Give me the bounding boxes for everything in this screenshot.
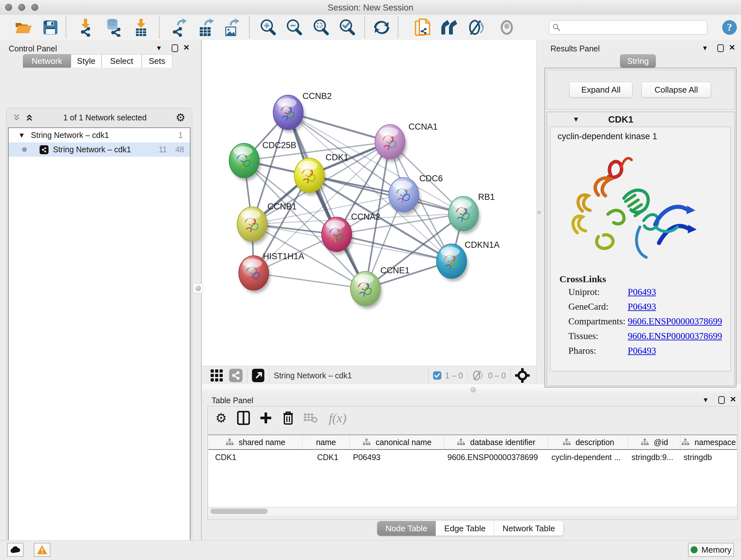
- warning-button[interactable]: [34, 543, 51, 557]
- share-view-icon[interactable]: [229, 369, 243, 382]
- panel-menu-icon[interactable]: ▾: [704, 396, 708, 403]
- table-row[interactable]: CDK1CDK1P064939606.ENSP00000378699cyclin…: [208, 450, 737, 464]
- cell-canonical-name[interactable]: P06493: [350, 450, 444, 464]
- network-node-CDC6[interactable]: [389, 178, 420, 215]
- memory-button[interactable]: Memory: [688, 543, 734, 557]
- panel-float-icon[interactable]: [172, 44, 178, 52]
- column-header-database-identifier[interactable]: database identifier: [444, 435, 548, 449]
- column-header-shared-name[interactable]: shared name: [208, 435, 302, 449]
- panel-close-icon[interactable]: ✕: [729, 44, 735, 51]
- zoom-selected-icon[interactable]: [337, 17, 357, 38]
- node-section-header[interactable]: ▼ CDK1: [547, 112, 735, 127]
- import-network-icon[interactable]: [75, 17, 96, 38]
- export-image-icon[interactable]: [221, 17, 242, 38]
- table-hscrollbar[interactable]: [208, 507, 737, 515]
- cell-@id[interactable]: stringdb:9...: [628, 450, 680, 464]
- tab-network-table[interactable]: Network Table: [494, 521, 563, 536]
- hscroll-thumb[interactable]: [210, 509, 268, 514]
- column-header-canonical-name[interactable]: canonical name: [350, 435, 444, 449]
- tab-string[interactable]: String: [620, 54, 656, 68]
- import-table-icon[interactable]: [131, 17, 151, 38]
- crosslink-link[interactable]: 9606.ENSP00000378699: [628, 331, 722, 341]
- tab-select[interactable]: Select: [102, 54, 142, 68]
- split-view-icon[interactable]: [234, 409, 253, 427]
- column-header-name[interactable]: name: [302, 435, 350, 449]
- open-session-icon[interactable]: [13, 17, 34, 38]
- left-splitter-handle[interactable]: [193, 284, 203, 293]
- delete-icon[interactable]: [279, 409, 297, 427]
- save-session-icon[interactable]: [40, 17, 61, 38]
- expand-all-button[interactable]: Expand All: [569, 82, 632, 98]
- panel-menu-icon[interactable]: ▾: [157, 44, 161, 52]
- delete-table-icon[interactable]: [301, 409, 320, 427]
- network-node-CCNE1[interactable]: [350, 271, 382, 309]
- cloud-button[interactable]: [7, 543, 23, 557]
- collection-caret-icon[interactable]: ▼: [18, 131, 25, 139]
- network-node-CCNA1[interactable]: [375, 125, 407, 162]
- selected-checkbox-icon[interactable]: [433, 371, 441, 380]
- show-graphics-icon[interactable]: [496, 17, 517, 38]
- column-header-@id[interactable]: @id: [628, 435, 680, 449]
- tab-style[interactable]: Style: [71, 54, 102, 68]
- zoom-in-icon[interactable]: [258, 17, 278, 38]
- network-collection-row[interactable]: ▼ String Network – cdk1 1: [9, 128, 190, 142]
- help-icon[interactable]: ?: [719, 17, 740, 38]
- table-settings-gear-icon[interactable]: ⚙: [212, 409, 230, 427]
- collapse-all-button[interactable]: Collapse All: [642, 82, 711, 98]
- tab-edge-table[interactable]: Edge Table: [436, 521, 494, 536]
- panel-float-icon[interactable]: [718, 396, 725, 404]
- tab-node-table[interactable]: Node Table: [377, 521, 436, 536]
- search-field[interactable]: [549, 20, 707, 35]
- string-network-graph[interactable]: CCNB2CCNA1CDC25BCDK1CDC6RB1CCNB1CCNA2CDK…: [202, 40, 536, 366]
- network-node-RB1[interactable]: [448, 196, 480, 234]
- function-builder-icon[interactable]: f(x): [324, 409, 351, 427]
- open-in-window-icon[interactable]: [252, 369, 265, 382]
- crosslink-link[interactable]: P06493: [628, 287, 656, 297]
- import-database-icon[interactable]: [103, 17, 123, 38]
- cell-database-identifier[interactable]: 9606.ENSP00000378699: [444, 450, 548, 464]
- hide-details-icon[interactable]: [467, 17, 487, 38]
- tab-sets[interactable]: Sets: [142, 54, 172, 68]
- crosslink-link[interactable]: P06493: [628, 346, 656, 356]
- export-network-icon[interactable]: [169, 17, 189, 38]
- network-node-CCNB2[interactable]: [273, 95, 305, 132]
- network-node-CCNA2[interactable]: [322, 217, 353, 254]
- panel-menu-icon[interactable]: ▾: [703, 44, 707, 52]
- network-node-CDK1[interactable]: [294, 158, 326, 195]
- panel-float-icon[interactable]: [718, 44, 724, 52]
- birds-eye-grid-icon[interactable]: [210, 369, 223, 382]
- cell-shared-name[interactable]: CDK1: [208, 450, 302, 464]
- expand-all-icon[interactable]: [24, 113, 34, 122]
- network-canvas[interactable]: CCNB2CCNA1CDC25BCDK1CDC6RB1CCNB1CCNA2CDK…: [202, 40, 536, 366]
- bundled-apps-icon[interactable]: [441, 17, 461, 38]
- export-table-icon[interactable]: [196, 17, 216, 38]
- column-header-namespace[interactable]: namespace: [680, 435, 737, 449]
- hidden-eye-icon[interactable]: [472, 370, 484, 381]
- add-column-icon[interactable]: [257, 409, 275, 427]
- cell-description[interactable]: cyclin-dependent ...: [548, 450, 628, 464]
- network-node-CDKN1A[interactable]: [436, 244, 468, 281]
- network-label: String Network – cdk1: [53, 145, 131, 154]
- search-input[interactable]: [561, 23, 707, 32]
- crosshair-icon[interactable]: [515, 368, 530, 383]
- tab-network[interactable]: Network: [23, 54, 71, 68]
- panel-close-icon[interactable]: ✕: [183, 44, 190, 51]
- zoom-out-icon[interactable]: [284, 17, 305, 38]
- collapse-all-icon[interactable]: [12, 113, 21, 122]
- panel-close-icon[interactable]: ✕: [730, 395, 736, 403]
- column-header-description[interactable]: description: [548, 435, 628, 449]
- cell-name[interactable]: CDK1: [302, 450, 350, 464]
- node-table[interactable]: shared namenamecanonical namedatabase id…: [208, 435, 737, 507]
- right-splitter[interactable]: [536, 40, 541, 384]
- crosslink-link[interactable]: 9606.ENSP00000378699: [628, 316, 722, 327]
- network-options-gear-icon[interactable]: ⚙: [176, 112, 185, 123]
- zoom-fit-icon[interactable]: [311, 17, 331, 38]
- annotations-icon[interactable]: [413, 17, 433, 38]
- section-caret-icon[interactable]: ▼: [572, 115, 580, 124]
- cell-namespace[interactable]: stringdb: [680, 450, 737, 464]
- network-row[interactable]: String Network – cdk1 11 48: [9, 142, 190, 157]
- refresh-icon[interactable]: [372, 17, 392, 38]
- crosslink-link[interactable]: P06493: [628, 301, 656, 312]
- crosslink-row: GeneCard:P06493: [550, 299, 731, 314]
- network-node-CDC25B[interactable]: [229, 143, 261, 181]
